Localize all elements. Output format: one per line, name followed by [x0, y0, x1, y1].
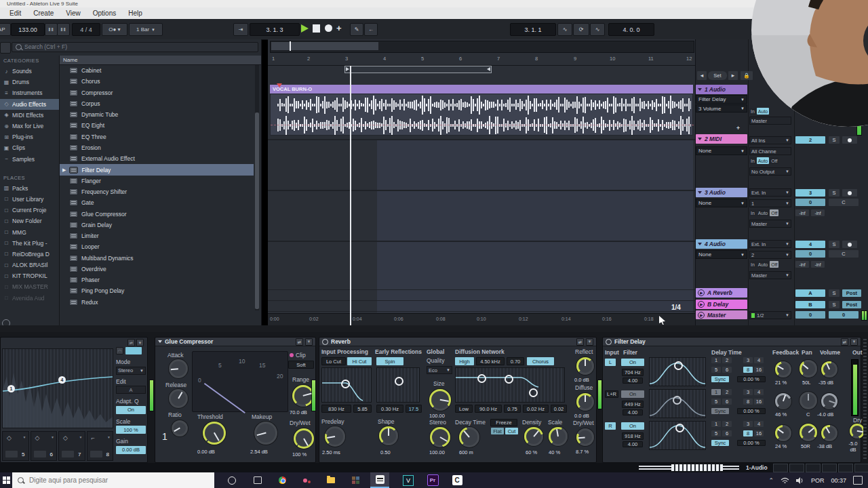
hi-cut-toggle[interactable]: Hi Cut [347, 357, 372, 365]
task-view-icon[interactable] [250, 472, 266, 488]
menu-create[interactable]: Create [33, 9, 54, 17]
track-header-3-audio[interactable]: 3 Audio [696, 188, 747, 197]
stereo-knob[interactable] [430, 427, 450, 447]
back-to-arrangement-button[interactable]: ← [364, 23, 378, 36]
spin-display[interactable] [376, 367, 420, 403]
diffuse-knob[interactable] [576, 393, 594, 411]
next-locator-button[interactable]: ► [728, 71, 738, 80]
premiere-icon[interactable]: Pr [425, 472, 441, 488]
dl3-beat-16[interactable]: 16 [754, 430, 764, 436]
track1-monitor[interactable]: InAuto [749, 108, 769, 115]
track3-device-slot[interactable]: None▼ [696, 199, 747, 207]
dl2-pan-knob[interactable] [800, 392, 817, 409]
list-item[interactable]: EQ Eight [60, 120, 254, 131]
tap-button[interactable]: TAP [0, 23, 11, 36]
dl1-input-l[interactable]: L [605, 359, 616, 366]
track1-device-slot[interactable]: Filter Delay▼ [696, 95, 747, 104]
decay-knob[interactable] [459, 427, 479, 447]
dl2-feedback-knob[interactable] [775, 393, 791, 409]
chain-tab-label[interactable]: 1-Audio [746, 465, 768, 471]
notification-center-icon[interactable] [853, 476, 863, 485]
device-scroll-strip[interactable] [863, 339, 867, 461]
track4-pan[interactable]: C [829, 250, 859, 258]
filter-node[interactable] [341, 380, 350, 388]
sidebar-item-mmg[interactable]: □MMG [0, 226, 59, 237]
stop-button[interactable] [313, 24, 320, 33]
sidebar-item-kit-tropkil[interactable]: □KIT TROPKIL [0, 270, 59, 281]
dl2-filter-display[interactable] [649, 389, 706, 418]
overdub-button[interactable]: + [336, 23, 346, 34]
device-glue-compressor[interactable]: Glue Compressor⇄▼ Attack Release Ratio 1… [155, 337, 316, 463]
loop-start-field[interactable]: 3. 1. 1 [510, 23, 556, 36]
scale-knob[interactable] [549, 427, 568, 446]
track4-solo-button[interactable]: S [829, 241, 840, 248]
spin-node[interactable] [395, 377, 403, 386]
arrangement-position[interactable]: 3. 1. 3 [250, 23, 300, 36]
list-item[interactable]: Multiband Dynamics [60, 253, 254, 264]
spin-toggle[interactable]: Spin [376, 357, 403, 365]
fold-icon[interactable] [698, 243, 702, 245]
prev-locator-button[interactable]: ◄ [697, 71, 707, 80]
dl2-q[interactable]: 4.00 [623, 409, 643, 415]
list-item[interactable]: Compressor [60, 87, 254, 98]
sidebar-item-avenida[interactable]: □Avenida Aud [0, 293, 59, 304]
input-filter-display[interactable] [321, 367, 372, 403]
sidebar-item-plugins[interactable]: ⊞Plug-ins [0, 131, 59, 142]
dl3-sync-toggle[interactable]: Sync [711, 440, 729, 446]
hot-swap-icon[interactable]: ⇄ [296, 338, 303, 346]
lo-cut-toggle[interactable]: Lo Cut [321, 357, 346, 365]
dn-node[interactable] [529, 388, 538, 397]
track4-activator[interactable]: 4 [795, 241, 825, 248]
eq-band-5[interactable]: ◇▼5 [2, 431, 29, 461]
eq-node[interactable]: 1 [7, 385, 15, 392]
diffusion-display[interactable] [455, 367, 565, 403]
fold-icon[interactable] [698, 88, 702, 91]
eq-band-6[interactable]: ◇▼6 [31, 431, 58, 461]
dl3-pan-knob[interactable] [800, 424, 817, 441]
dl3-filter-on[interactable]: On [621, 422, 644, 430]
sidebar-item-current-project[interactable]: □Current Proje [0, 205, 59, 216]
dry-knob[interactable] [850, 424, 865, 439]
menu-edit[interactable]: Edit [9, 9, 21, 17]
return-b-header[interactable]: ▶B Delay [696, 300, 747, 309]
track4-input-type[interactable]: Ext. In▼ [749, 240, 791, 248]
quality-select[interactable]: Eco▼ [427, 366, 452, 374]
drywet-knob[interactable] [294, 428, 314, 449]
eq-band-8[interactable]: ⌐▼8 [87, 431, 114, 461]
list-item[interactable]: Grain Delay [60, 220, 254, 230]
device-activator-icon[interactable] [322, 339, 328, 345]
list-item[interactable]: Gate [60, 197, 254, 208]
track4-input-channel[interactable]: 2▼ [749, 251, 791, 259]
ableton-live-taskbar-icon[interactable] [370, 472, 389, 488]
return-b-solo[interactable]: S [829, 301, 840, 308]
save-preset-icon[interactable]: ▼ [586, 338, 593, 346]
track3-solo-button[interactable]: S [829, 189, 840, 197]
save-preset-icon[interactable]: ▼ [136, 339, 144, 346]
device-thumbnails[interactable] [773, 464, 868, 472]
filter-node[interactable] [674, 361, 683, 370]
loop-end-marker[interactable] [487, 67, 490, 71]
reverb-header[interactable]: Reverb⇄▼ [319, 338, 596, 346]
sidebar-item-samples[interactable]: ~Samples [0, 154, 59, 165]
dl1-beat-4[interactable]: 4 [754, 357, 764, 363]
clip-waveform-area[interactable] [270, 94, 693, 136]
dn-high-freq[interactable]: 4.50 kHz [476, 357, 505, 365]
clip-title-bar[interactable]: VOCAL BURN-O [270, 85, 693, 94]
dl3-freq[interactable]: 918 Hz [622, 432, 644, 440]
dl3-q[interactable]: 4.00 [623, 441, 643, 447]
dl3-feedback-knob[interactable] [775, 425, 791, 441]
start-button[interactable] [0, 472, 12, 488]
return-a-post-toggle[interactable]: Post [842, 289, 861, 297]
threshold-knob[interactable] [203, 422, 226, 445]
list-item[interactable]: Dynamic Tube [60, 109, 254, 120]
track3-output[interactable]: Master▼ [749, 220, 791, 228]
soft-clip-toggle[interactable]: Soft [288, 361, 314, 369]
master-volume[interactable]: 0 [795, 311, 825, 319]
menu-help[interactable]: Help [128, 9, 142, 17]
tray-clock[interactable]: 00:37 [831, 477, 846, 484]
track4-monitor[interactable]: InAutoOff [749, 261, 778, 268]
size-knob[interactable] [429, 389, 451, 411]
return-a-solo[interactable]: S [829, 289, 840, 297]
fold-icon[interactable] [158, 340, 162, 343]
dl3-input-r[interactable]: R [605, 422, 616, 430]
